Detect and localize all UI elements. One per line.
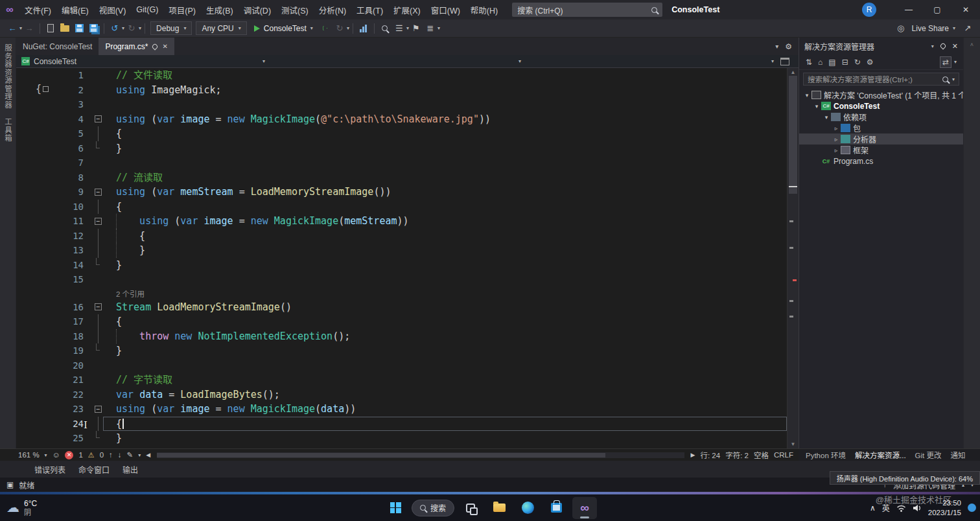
- solution-search-input[interactable]: 搜索解决方案资源管理器(Ctrl+;) ▾: [803, 73, 959, 86]
- close-icon[interactable]: ✕: [162, 43, 167, 50]
- start-button[interactable]: [383, 497, 408, 519]
- menu-item[interactable]: Git(G): [131, 0, 163, 19]
- code-text[interactable]: {: [103, 126, 787, 141]
- menu-item[interactable]: 分析(N): [314, 0, 351, 19]
- tree-expand-arrow[interactable]: ▾: [822, 114, 830, 121]
- tree-item[interactable]: ▹包: [799, 122, 963, 133]
- fold-collapse-icon[interactable]: −: [95, 218, 102, 225]
- editor-tab[interactable]: NuGet: ConsoleTest: [16, 38, 99, 55]
- visual-studio-taskbar-button[interactable]: ∞: [572, 497, 597, 519]
- column-indicator[interactable]: 字符: 2: [725, 450, 749, 460]
- codelens-references[interactable]: 2 个引用: [116, 290, 145, 298]
- comment-icon[interactable]: ☰: [392, 21, 406, 36]
- maximize-button[interactable]: ▢: [923, 0, 951, 19]
- dock-tab[interactable]: Git 更改: [912, 450, 945, 460]
- notification-badge[interactable]: [968, 504, 976, 512]
- feedback-icon[interactable]: ☺: [52, 451, 60, 459]
- search-options-icon[interactable]: ▾: [952, 76, 955, 82]
- code-cleanup-dropdown-icon[interactable]: ▾: [138, 452, 141, 458]
- tree-expand-arrow[interactable]: ▾: [803, 92, 811, 98]
- editor-vertical-scrollbar[interactable]: ▲ ▼: [787, 68, 799, 448]
- redo-button[interactable]: ↻: [124, 21, 139, 36]
- member-dropdown[interactable]: ▾: [526, 55, 799, 67]
- weather-widget[interactable]: ☁ 6°C 阴: [6, 499, 37, 516]
- microsoft-store-button[interactable]: [544, 497, 568, 519]
- refresh-icon[interactable]: ↻: [854, 58, 861, 67]
- type-dropdown[interactable]: ▾: [270, 55, 526, 67]
- code-text[interactable]: }: [103, 243, 787, 258]
- properties-icon[interactable]: ⚙: [867, 58, 874, 67]
- left-dock-tab[interactable]: 服务器资源管理器: [3, 44, 13, 109]
- scrollbar-thumb[interactable]: [789, 76, 797, 194]
- code-text[interactable]: {: [103, 417, 787, 432]
- toolbar-overflow-icon[interactable]: ▾: [954, 59, 957, 65]
- performance-profiler-icon[interactable]: [356, 21, 371, 36]
- menu-item[interactable]: 视图(V): [94, 0, 132, 19]
- code-text[interactable]: throw new NotImplementedException();: [103, 329, 787, 344]
- dock-tab[interactable]: 解决方案资源...: [852, 450, 909, 460]
- open-folder-icon[interactable]: [58, 21, 72, 36]
- line-operations-dropdown-icon[interactable]: ▾: [438, 25, 440, 31]
- editor-tab[interactable]: Program.cs*✕: [99, 38, 174, 55]
- code-text[interactable]: {: [103, 229, 787, 244]
- tree-item[interactable]: ▹分析器: [799, 133, 963, 145]
- code-text[interactable]: Stream LoadMemoryStreamImage(): [103, 300, 787, 315]
- pin-icon[interactable]: [939, 42, 946, 49]
- code-text[interactable]: using (var image = new MagickImage(data)…: [103, 402, 787, 417]
- menu-item[interactable]: 编辑(E): [56, 0, 94, 19]
- code-text[interactable]: [103, 272, 787, 287]
- navigate-back-button[interactable]: ←: [5, 21, 19, 36]
- tree-expand-arrow[interactable]: ▹: [832, 125, 840, 132]
- panel-tab[interactable]: 输出: [117, 464, 143, 475]
- pin-icon[interactable]: [152, 43, 159, 50]
- code-text[interactable]: using (var image = new MagickImage(@"c:\…: [103, 112, 787, 127]
- code-text[interactable]: }: [103, 343, 787, 358]
- platform-dropdown[interactable]: Any CPU▾: [196, 21, 246, 35]
- scroll-up-icon[interactable]: ▲: [788, 69, 799, 75]
- menu-item[interactable]: 扩展(X): [388, 0, 426, 19]
- sync-with-active-document-icon[interactable]: ⇄: [940, 56, 951, 68]
- code-text[interactable]: // 文件读取: [103, 68, 787, 83]
- menu-item[interactable]: 窗口(W): [426, 0, 465, 19]
- start-debugging-button[interactable]: ConsoleTest ▾: [249, 21, 318, 36]
- code-text[interactable]: }: [103, 431, 787, 446]
- fold-collapse-icon[interactable]: −: [95, 406, 102, 413]
- dock-tab[interactable]: Python 环境: [802, 450, 849, 460]
- menu-item[interactable]: 调试(D): [239, 0, 276, 19]
- code-text[interactable]: // 流读取: [103, 170, 787, 185]
- code-editor[interactable]: 1// 文件读取2using ImageMagick;34−using (var…: [16, 68, 787, 448]
- account-avatar[interactable]: R: [862, 3, 876, 17]
- fold-collapse-icon[interactable]: −: [95, 115, 102, 122]
- code-text[interactable]: var data = LoadImageBytes();: [103, 388, 787, 402]
- quick-launch-search[interactable]: 搜索 (Ctrl+Q): [512, 3, 662, 17]
- tree-expand-arrow[interactable]: ▹: [832, 147, 840, 154]
- file-explorer-button[interactable]: [487, 497, 511, 519]
- tree-expand-arrow[interactable]: ▹: [832, 136, 840, 143]
- panel-menu-icon[interactable]: ▾: [931, 43, 934, 49]
- warning-icon[interactable]: ⚠: [88, 451, 95, 459]
- bookmark-icon[interactable]: ⚑: [409, 21, 423, 36]
- code-text[interactable]: {: [103, 200, 787, 214]
- quick-actions-icon[interactable]: {: [36, 83, 49, 95]
- start-without-debugging-icon[interactable]: [318, 21, 332, 36]
- scroll-left-icon[interactable]: ◀: [146, 452, 150, 458]
- hscrollbar-thumb[interactable]: [157, 453, 605, 457]
- menu-item[interactable]: 工具(T): [351, 0, 388, 19]
- line-indicator[interactable]: 行: 24: [700, 450, 720, 460]
- collapse-all-icon[interactable]: ⊟: [842, 58, 848, 67]
- code-text[interactable]: using (var memStream = LoadMemoryStreamI…: [103, 185, 787, 200]
- split-window-icon[interactable]: [780, 58, 789, 65]
- background-tasks-icon[interactable]: ▣: [6, 480, 14, 489]
- panel-scroll-up-icon[interactable]: ˄: [970, 41, 974, 48]
- editor-horizontal-scrollbar[interactable]: [157, 452, 684, 458]
- minimize-button[interactable]: —: [894, 0, 923, 19]
- code-text[interactable]: }: [103, 258, 787, 273]
- scroll-right-icon[interactable]: ▶: [691, 452, 695, 458]
- tree-item[interactable]: ▾C#ConsoleTest: [799, 100, 963, 111]
- tree-item[interactable]: ▾解决方案 'ConsoleTest' (1 个项目, 共 1 个): [799, 89, 963, 100]
- menu-item[interactable]: 文件(F): [19, 0, 56, 19]
- navigate-forward-button[interactable]: →: [22, 21, 36, 36]
- task-view-button[interactable]: [458, 497, 483, 519]
- fold-collapse-icon[interactable]: −: [95, 303, 102, 310]
- taskbar-search[interactable]: 搜索: [412, 500, 454, 516]
